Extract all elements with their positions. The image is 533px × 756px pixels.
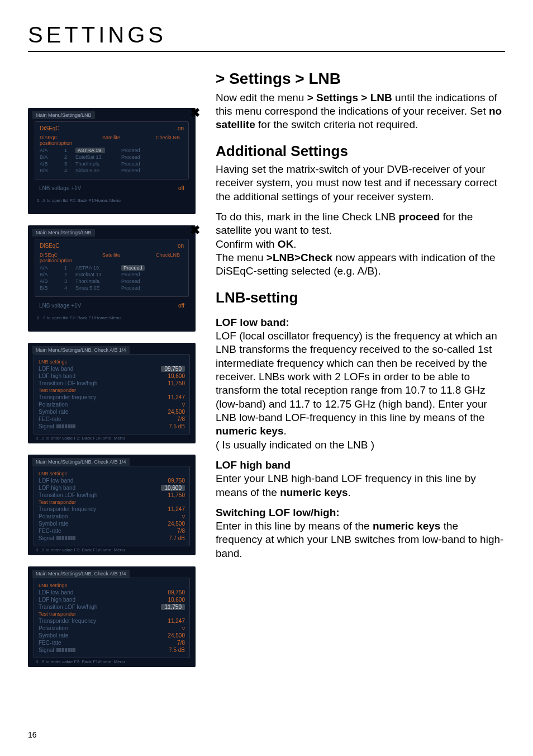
diseqc-table: DiSEqC position/option Satellite CheckLN…	[40, 135, 184, 173]
screenshot-lnb-1: Main Menu/Settings/LNB, Check A/B 1/4 LN…	[28, 343, 196, 443]
screenshot-diseqc-2: ✖ Main Menu/Settings/LNB DiSEqC on DiSEq…	[28, 225, 196, 332]
breadcrumb-heading: > Settings > LNB	[216, 69, 505, 89]
screenshot-lnb-3: Main Menu/Settings/LNB, Check A/B 1/4 LN…	[28, 566, 196, 667]
title-rule	[28, 51, 505, 52]
ribbon: Main Menu/Settings/LNB, Check A/B 1/4	[32, 570, 130, 578]
proceed-paragraph: To do this, mark in the line Check LNB p…	[216, 210, 505, 278]
screenshot-diseqc-1: ✖ Main Menu/Settings/LNB DiSEqC on DiSEq…	[28, 108, 196, 214]
diseqc-table: DiSEqC position/option Satellite CheckLN…	[40, 252, 184, 291]
switch-lof-block: Switching LOF low/high: Enter in this li…	[216, 506, 505, 560]
diseqc-head-right: on	[178, 125, 184, 131]
intro-paragraph: Now edit the menu > Settings > LNB until…	[216, 91, 505, 132]
additional-settings-heading: Additional Settings	[216, 142, 505, 160]
lof-low-block: LOF low band: LOF (local oscillator freq…	[216, 316, 505, 452]
diseqc-head-left: DiSEqC	[40, 125, 60, 131]
lnb-setting-heading: LNB-setting	[216, 289, 505, 307]
lof-high-block: LOF high band Enter your LNB high-band L…	[216, 459, 505, 499]
footer-left: LNB voltage +1V	[39, 185, 81, 191]
bottom-strip: 0...9 to open list F2: Back F1/Home: Men…	[35, 197, 189, 204]
ribbon: Main Menu/Settings/LNB, Check A/B 1/4	[32, 346, 130, 354]
page-number: 16	[28, 730, 37, 739]
footer-right: off	[178, 185, 184, 191]
ribbon: Main Menu/Settings/LNB, Check A/B 1/4	[32, 458, 130, 466]
screenshots-column: ✖ Main Menu/Settings/LNB DiSEqC on DiSEq…	[28, 69, 196, 667]
ribbon: Main Menu/Settings/LNB	[32, 229, 95, 237]
content-column: > Settings > LNB Now edit the menu > Set…	[216, 69, 505, 667]
additional-settings-paragraph: Having set the matrix-switch of your DVB…	[216, 163, 505, 204]
close-icon: ✖	[190, 223, 200, 238]
page-title: SETTINGS	[28, 22, 505, 48]
screenshot-lnb-2: Main Menu/Settings/LNB, Check A/B 1/4 LN…	[28, 455, 196, 555]
close-icon: ✖	[190, 106, 200, 120]
ribbon: Main Menu/Settings/LNB	[32, 111, 95, 119]
